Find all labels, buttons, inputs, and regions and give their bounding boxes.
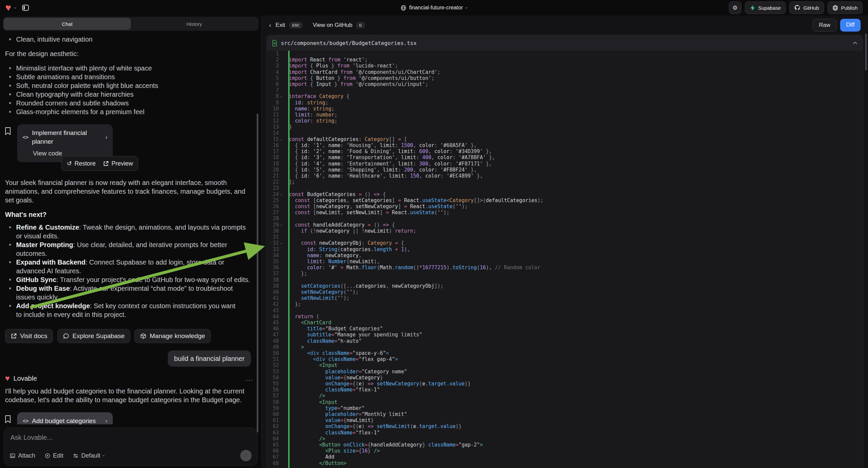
code-editor[interactable]: 12import React from 'react';3import { Pl… bbox=[267, 51, 863, 468]
line-number: 34 bbox=[273, 253, 279, 259]
code-line: 61 value={newLimit} bbox=[267, 417, 863, 423]
fold-spacer bbox=[279, 234, 283, 240]
bookmark-icon[interactable] bbox=[5, 415, 11, 423]
attach-button[interactable]: Attach bbox=[10, 452, 35, 459]
line-number: 45 bbox=[273, 320, 279, 326]
bullet-dot bbox=[9, 244, 11, 246]
external-link-icon bbox=[103, 161, 109, 167]
code-line: 39 setCategories([...categories, newCate… bbox=[267, 283, 863, 289]
visit-docs-button[interactable]: Visit docs bbox=[5, 329, 53, 343]
fold-chevron-icon[interactable]: › bbox=[279, 192, 283, 198]
raw-toggle-button[interactable]: Raw bbox=[813, 19, 837, 32]
fold-chevron-icon[interactable]: › bbox=[279, 222, 283, 228]
back-chevron-icon[interactable]: ‹ bbox=[269, 22, 271, 29]
supabase-button[interactable]: Supabase bbox=[745, 1, 786, 14]
settings-button[interactable]: ⚙ bbox=[729, 1, 742, 14]
file-header[interactable]: src/components/budget/BudgetCategories.t… bbox=[267, 35, 863, 51]
fold-spacer bbox=[279, 228, 283, 234]
line-number: 62 bbox=[273, 423, 279, 429]
fold-spacer bbox=[279, 332, 283, 338]
fold-spacer bbox=[279, 82, 283, 88]
fold-spacer bbox=[279, 130, 283, 137]
fold-spacer bbox=[279, 198, 283, 204]
code-line: 67 Add bbox=[267, 454, 863, 460]
explore-supabase-button[interactable]: Explore Supabase bbox=[57, 329, 130, 343]
message-more-button[interactable]: ... bbox=[246, 374, 253, 383]
line-number: 31 bbox=[273, 234, 279, 240]
knowledge-box-icon bbox=[140, 333, 146, 339]
list-item: Debug with Ease: Activate our experiment… bbox=[5, 284, 253, 301]
lovable-logo-icon[interactable]: ♥ bbox=[5, 3, 11, 13]
list-item: GitHub Sync: Transfer your project's cod… bbox=[5, 275, 253, 284]
fold-chevron-icon[interactable]: › bbox=[279, 240, 283, 246]
code-line: 49 > bbox=[267, 344, 863, 350]
fold-chevron-icon[interactable]: › bbox=[279, 137, 283, 143]
code-line: 5import { Button } from '@/components/ui… bbox=[267, 75, 863, 81]
tab-history[interactable]: History bbox=[131, 18, 258, 30]
fold-spacer bbox=[279, 118, 283, 124]
code-toolbar: ‹ Exit ESC View on GitHub G Raw Diff bbox=[262, 16, 868, 35]
code-line: 33 id: String(categories.length + 1), bbox=[267, 246, 863, 253]
chat-scrollbar[interactable] bbox=[257, 114, 258, 432]
code-line: 35 limit: Number(newLimit), bbox=[267, 259, 863, 265]
fold-chevron-icon[interactable]: › bbox=[279, 94, 283, 100]
code-line: 48 className="h-auto" bbox=[267, 338, 863, 344]
fold-spacer bbox=[279, 381, 283, 387]
bookmark-icon[interactable] bbox=[5, 127, 11, 135]
code-scrollbar[interactable] bbox=[865, 34, 867, 70]
fold-spacer bbox=[279, 161, 283, 167]
line-number: 43 bbox=[273, 308, 279, 314]
code-line: 47 subtitle="Manage your spending limits… bbox=[267, 332, 863, 338]
code-line: 51 <div className="flex gap-4"> bbox=[267, 356, 863, 362]
code-line: 62 onChange={(e) => setNewLimit(e.target… bbox=[267, 423, 863, 429]
code-line: 34 name: newCategory, bbox=[267, 253, 863, 259]
publish-button[interactable]: Publish bbox=[828, 1, 863, 14]
fold-spacer bbox=[279, 57, 283, 63]
github-button[interactable]: GitHub bbox=[789, 1, 824, 14]
workspace-chevron-down-icon[interactable]: › bbox=[13, 7, 19, 9]
code-line: 36 color: '#' + Math.floor(Math.random()… bbox=[267, 265, 863, 271]
line-number: 48 bbox=[273, 338, 279, 344]
bullet-dot bbox=[9, 76, 11, 78]
line-number: 13 bbox=[273, 124, 279, 130]
code-line: 46 title="Budget Categories" bbox=[267, 326, 863, 332]
sidebar-toggle-icon bbox=[22, 4, 29, 11]
manage-knowledge-button[interactable]: Manage knowledge bbox=[134, 329, 211, 343]
top-bar-left: ♥ › bbox=[5, 2, 31, 13]
chat-messages[interactable]: Clean, intuitive navigation For the desi… bbox=[0, 31, 261, 425]
code-line: 50 <div className="space-y-6"> bbox=[267, 350, 863, 356]
fold-spacer bbox=[279, 461, 283, 467]
fold-spacer bbox=[279, 185, 283, 192]
mode-select[interactable]: Default › bbox=[73, 452, 104, 459]
fold-spacer bbox=[279, 76, 283, 82]
quick-actions-row: Visit docs Explore Supabase Manage knowl… bbox=[5, 329, 253, 343]
code-content: 12import React from 'react';3import { Pl… bbox=[267, 51, 863, 466]
tab-chat[interactable]: Chat bbox=[4, 18, 131, 30]
github-icon bbox=[794, 5, 800, 11]
line-number: 36 bbox=[273, 265, 279, 271]
bullet-dot bbox=[9, 102, 11, 104]
diff-toggle-button[interactable]: Diff bbox=[840, 19, 861, 32]
code-line: 6import { Input } from '@/components/ui/… bbox=[267, 81, 863, 87]
sidebar-toggle-button[interactable] bbox=[20, 2, 31, 13]
view-on-github-button[interactable]: View on GitHub G bbox=[313, 22, 364, 29]
project-switcher[interactable]: financial-future-creator › bbox=[400, 0, 467, 16]
exit-button[interactable]: Exit bbox=[276, 22, 285, 29]
fold-spacer bbox=[279, 375, 283, 381]
edit-button[interactable]: Edit bbox=[44, 452, 63, 459]
version-card-add-budget-categories[interactable]: <> Add budget categories › View code bbox=[17, 412, 113, 425]
preview-button[interactable]: Preview bbox=[103, 159, 133, 168]
ask-lovable-input[interactable] bbox=[10, 433, 253, 442]
send-button[interactable]: ↑ bbox=[240, 450, 252, 461]
collapse-chevron-up-icon[interactable] bbox=[852, 41, 858, 45]
bullet-dot bbox=[9, 67, 11, 69]
chat-history-tabs: Chat History bbox=[3, 17, 259, 31]
restore-button[interactable]: ↺Restore bbox=[67, 159, 96, 168]
fold-spacer bbox=[279, 400, 283, 406]
fold-spacer bbox=[279, 387, 283, 393]
code-line: 68 </Button> bbox=[267, 460, 863, 466]
line-number: 4 bbox=[276, 69, 279, 75]
supabase-icon bbox=[750, 5, 755, 11]
line-number: 37 bbox=[273, 271, 279, 276]
line-number: 10 bbox=[273, 106, 279, 112]
